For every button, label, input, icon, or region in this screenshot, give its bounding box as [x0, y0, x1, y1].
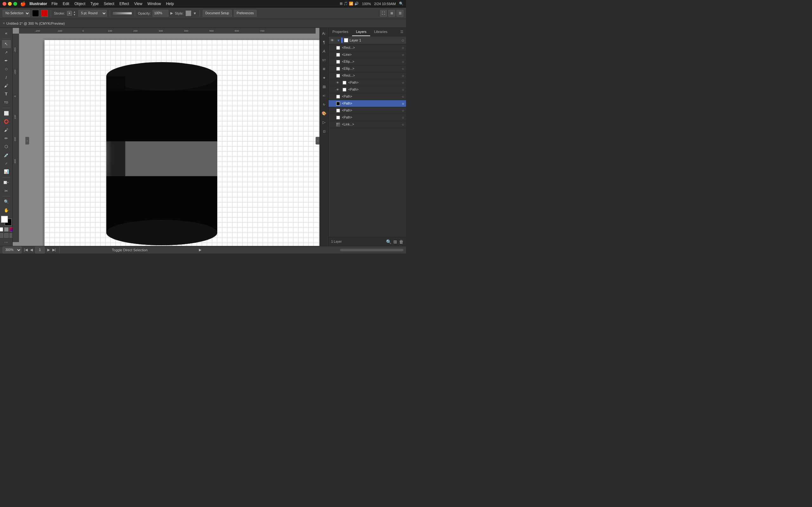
layer-target-circle[interactable]: ○	[402, 38, 404, 43]
app-name[interactable]: Illustrator	[30, 2, 47, 6]
pencil-tool[interactable]: ✏	[2, 134, 11, 142]
tab-libraries[interactable]: Libraries	[370, 28, 391, 36]
area-type-tool[interactable]: T⊡	[2, 99, 11, 107]
style-swatch[interactable]	[186, 10, 191, 16]
canvas[interactable]	[44, 40, 319, 246]
first-page-button[interactable]: |◀	[24, 248, 28, 252]
graph-tool[interactable]: 📊	[2, 168, 11, 176]
color-mode-normal[interactable]	[0, 227, 3, 232]
prop-transform-icon[interactable]: ↻	[321, 101, 327, 108]
draw-behind[interactable]	[4, 233, 9, 238]
layer-item[interactable]: <Ellip...> ○	[328, 58, 406, 65]
ellipse-tool[interactable]: ⭕	[2, 118, 11, 125]
layer-item[interactable]: <Line> ○	[328, 51, 406, 58]
layer-item[interactable]: <Link...> ○	[328, 121, 406, 128]
layer-visibility-toggle[interactable]: 👁	[331, 38, 336, 42]
layer-item[interactable]: <Path> ○	[328, 93, 406, 100]
opacity-input[interactable]	[153, 10, 168, 17]
next-page-button[interactable]: ▶	[47, 248, 50, 252]
layer-item[interactable]: 👁 <Path> ○	[328, 79, 406, 86]
layer-item[interactable]: <Ellip...> ○	[328, 65, 406, 72]
layer-item-selected[interactable]: <Path> ○	[328, 100, 406, 107]
prop-text-icon[interactable]: Aː	[321, 31, 327, 37]
fullscreen-button[interactable]: ⛶	[380, 10, 387, 17]
find-layers-button[interactable]: 🔍	[386, 239, 392, 244]
layer-item[interactable]: <Rect...> ○	[328, 44, 406, 51]
search-icon[interactable]: 🔍	[399, 2, 403, 6]
draw-inside[interactable]	[9, 233, 13, 238]
collapse-tool[interactable]: «	[2, 29, 11, 37]
shape-builder[interactable]: ⬡	[2, 143, 11, 151]
prop-para-icon[interactable]: ¶	[321, 39, 327, 46]
item-circle[interactable]: ○	[402, 46, 404, 50]
foreground-color[interactable]	[1, 216, 8, 223]
line-tool[interactable]: /	[2, 73, 11, 81]
menu-object[interactable]: Object	[72, 0, 88, 8]
tab-close-button[interactable]: ✕	[3, 21, 5, 25]
direct-selection-tool[interactable]: ↗	[2, 49, 11, 56]
item-circle[interactable]: ○	[402, 122, 404, 127]
menu-window[interactable]: Window	[145, 0, 164, 8]
item-circle[interactable]: ○	[402, 101, 404, 106]
stroke-swatch[interactable]	[41, 10, 48, 17]
status-expand[interactable]: ▶	[199, 248, 201, 252]
color-mode-gray[interactable]	[4, 227, 9, 232]
panel-collapse-right[interactable]: ›	[316, 137, 319, 145]
anchor-tool[interactable]: ⬡	[2, 65, 11, 73]
layer-item[interactable]: <Path> ○	[328, 114, 406, 121]
canvas-area[interactable]: -200 -100 0 100 200 300 400 500 600 700 …	[13, 28, 319, 246]
rectangle-tool[interactable]: ⬜	[2, 109, 11, 117]
panel-collapse-left[interactable]: ‹	[26, 137, 29, 145]
stroke-weight-spinner[interactable]: ▲ ▼	[73, 10, 76, 16]
stroke-color-swatch[interactable]: ●	[67, 11, 72, 16]
layer-name[interactable]: Layer 1	[350, 38, 400, 42]
prop-svg-icon[interactable]: ⌘	[321, 66, 327, 72]
eyedropper-tool[interactable]: 💉	[2, 151, 11, 159]
stroke-weight-input[interactable]: 5 pt. Round	[78, 10, 107, 17]
tab-layers[interactable]: Layers	[352, 28, 370, 36]
draw-normal[interactable]	[0, 233, 3, 238]
fill-swatch[interactable]	[32, 10, 39, 17]
prev-page-button[interactable]: ◀	[30, 248, 33, 252]
prop-shape-icon[interactable]: ▷	[321, 119, 327, 125]
pen-tool[interactable]: ✒	[2, 57, 11, 65]
item-circle[interactable]: ○	[402, 88, 404, 92]
slice-tool[interactable]: ✂	[2, 187, 11, 195]
prop-opentype-icon[interactable]: ST	[321, 57, 327, 63]
free-transform[interactable]: ⤢	[2, 159, 11, 167]
menu-effect[interactable]: Effect	[117, 0, 131, 8]
item-circle[interactable]: ○	[402, 53, 404, 57]
list-toggle[interactable]: ☰	[397, 10, 403, 17]
prop-char-icon[interactable]: A	[321, 48, 327, 55]
zoom-tool[interactable]: 🔍	[2, 198, 11, 206]
selection-tool[interactable]: ↖	[2, 40, 11, 48]
item-visibility[interactable]: 👁	[336, 81, 341, 84]
maximize-button[interactable]	[13, 2, 17, 6]
item-circle[interactable]: ○	[402, 80, 404, 85]
item-circle[interactable]: ○	[402, 73, 404, 78]
prop-color-icon[interactable]: 🎨	[321, 110, 327, 117]
preferences-button[interactable]: Preferences	[234, 10, 257, 17]
minimize-button[interactable]	[8, 2, 12, 6]
menu-type[interactable]: Type	[88, 0, 101, 8]
layer-item[interactable]: 👁 <Path> ○	[328, 86, 406, 93]
panel-menu-button[interactable]: ☰	[398, 28, 406, 36]
zoom-select[interactable]: 300%	[3, 246, 21, 253]
paintbrush-tool[interactable]: 🖌	[2, 126, 11, 134]
close-button[interactable]	[3, 2, 6, 6]
menu-select[interactable]: Select	[101, 0, 117, 8]
selection-dropdown[interactable]: No Selection	[3, 10, 30, 17]
last-page-button[interactable]: ▶|	[52, 248, 56, 252]
prop-effect-icon[interactable]: ✦	[321, 75, 327, 81]
tab-title[interactable]: Untitled-1* @ 300 % (CMYK/Preview)	[6, 21, 65, 25]
menu-file[interactable]: File	[49, 0, 60, 8]
layer-item[interactable]: <Path> ○	[328, 107, 406, 114]
item-circle[interactable]: ○	[402, 60, 404, 64]
menu-view[interactable]: View	[132, 0, 145, 8]
layer-item[interactable]: <Rect...> ○	[328, 72, 406, 79]
item-circle[interactable]: ○	[402, 108, 404, 113]
layer-header[interactable]: 👁 ▼ Layer 1 ○	[328, 37, 406, 44]
item-circle[interactable]: ○	[402, 66, 404, 71]
artboard-tool[interactable]: ⬜+	[2, 179, 11, 187]
color-mode-gradient[interactable]	[9, 227, 13, 232]
